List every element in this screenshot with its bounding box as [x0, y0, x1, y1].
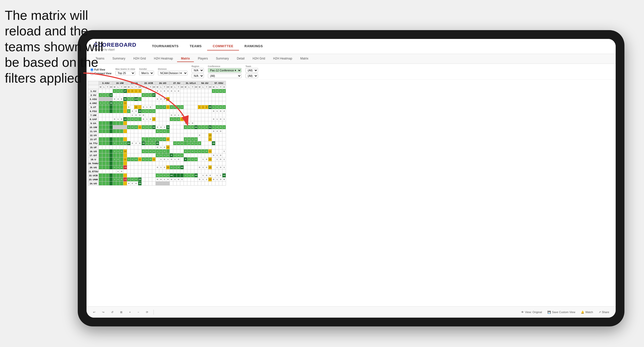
matrix-cell: 1: [116, 101, 120, 105]
matrix-cell: 3: [219, 178, 222, 182]
matrix-scroll[interactable]: 3. ASU 10. UW 11. UA 22. UCB 24. UO: [87, 80, 616, 318]
matrix-cell: [194, 121, 198, 125]
matrix-cell: [102, 121, 106, 125]
team-select[interactable]: (All): [246, 68, 258, 73]
sub-nav-matrix2[interactable]: Matrix: [296, 55, 312, 62]
matrix-cell: 1: [127, 109, 130, 113]
sub-nav-h2h-heatmap[interactable]: H2H Heatmap: [150, 55, 177, 62]
matrix-cell: 44: [222, 173, 226, 178]
matrix-cell: 0: [138, 141, 142, 145]
matrix-cell: 4: [130, 109, 134, 113]
matrix-cell: 1: [142, 157, 145, 161]
matrix-cell: 1: [156, 153, 159, 157]
matrix-cell: [130, 129, 134, 133]
matrix-cell: [194, 145, 198, 149]
matrix-cell: [219, 97, 222, 101]
matrix-cell: 0: [205, 149, 208, 153]
region-select2[interactable]: N/A: [192, 74, 204, 78]
matrix-cell: [191, 165, 194, 169]
save-custom-button[interactable]: 💾 Save Custom View: [546, 310, 577, 315]
matrix-cell: 1: [170, 165, 173, 169]
view-original-button[interactable]: 👁 View: Original: [520, 310, 543, 314]
team-select2[interactable]: (All): [246, 74, 258, 78]
matrix-cell: 3: [159, 173, 163, 178]
sub-nav-players[interactable]: Players: [194, 55, 212, 62]
sub-nav-summary2[interactable]: Summary: [212, 55, 233, 62]
matrix-cell: 1: [215, 109, 219, 113]
matrix-cell: [134, 101, 138, 105]
matrix-cell: 0: [212, 117, 215, 121]
matrix-cell: 0: [177, 165, 180, 169]
matrix-cell: [219, 121, 222, 125]
matrix-cell: [187, 89, 191, 93]
sub-nav: Teams Summary H2H Grid H2H Heatmap Matri…: [87, 54, 616, 64]
matrix-cell: 0: [142, 113, 145, 117]
matrix-cell: [113, 145, 116, 149]
matrix-cell: [184, 93, 187, 97]
matrix-cell: 1: [215, 117, 219, 121]
matrix-cell: 66: [194, 125, 198, 129]
share-button[interactable]: ↗ Share: [597, 310, 611, 315]
matrix-cell: [109, 165, 113, 169]
matrix-cell: [219, 101, 222, 105]
matrix-cell: [194, 97, 198, 101]
matrix-cell: [180, 93, 184, 97]
watch-button[interactable]: 🔔 Watch: [579, 310, 595, 315]
nav-tab-tournaments[interactable]: TOURNAMENTS: [146, 42, 184, 50]
matrix-cell: [212, 97, 215, 101]
zoom-minus-button[interactable]: −: [136, 310, 140, 314]
conference-select2[interactable]: (All): [208, 74, 241, 78]
matrix-cell: 1: [222, 149, 226, 153]
nav-tab-rankings[interactable]: RANKINGS: [239, 42, 268, 50]
zoom-fit-button[interactable]: ⊞: [119, 310, 124, 315]
matrix-cell: 48: [166, 97, 170, 101]
matrix-cell: 0: [116, 89, 120, 93]
matrix-cell: 0: [163, 129, 166, 133]
matrix-cell: [177, 97, 180, 101]
sub-nav-h2h-grid[interactable]: H2H Grid: [129, 55, 150, 62]
matrix-cell: 14: [123, 149, 127, 153]
division-select[interactable]: NCAA Division I ▾: [158, 71, 188, 75]
matrix-cell: [184, 101, 187, 105]
matrix-cell: [198, 97, 201, 101]
sub-nav-matrix[interactable]: Matrix: [177, 55, 194, 62]
matrix-cell: 2: [113, 141, 116, 145]
matrix-cell: 0: [152, 109, 156, 113]
matrix-cell: 1: [142, 109, 145, 113]
matrix-cell: 0: [145, 109, 149, 113]
nav-tab-teams[interactable]: TEAMS: [184, 42, 207, 50]
conference-select[interactable]: Pac-12 Conference ▾: [208, 68, 241, 73]
matrix-cell: [173, 125, 177, 129]
matrix-cell: 2: [102, 93, 106, 97]
matrix-cell: [201, 101, 205, 105]
matrix-cell: [120, 137, 123, 141]
reset-button[interactable]: ↺: [110, 310, 115, 315]
nav-tab-committee[interactable]: COMMITTEE: [207, 42, 239, 50]
matrix-cell: 11: [138, 125, 142, 129]
matrix-cell: [215, 93, 219, 97]
matrix-cell: [198, 145, 201, 149]
matrix-cell: 0: [163, 173, 166, 178]
matrix-cell: [99, 117, 102, 121]
gender-select[interactable]: Men's: [139, 71, 154, 75]
zoom-in-button[interactable]: +: [128, 310, 132, 314]
max-teams-select[interactable]: Top 25: [115, 71, 135, 75]
matrix-cell: [142, 161, 145, 165]
matrix-cell: [198, 173, 201, 178]
region-select[interactable]: N/A: [192, 68, 204, 73]
matrix-table: 3. ASU 10. UW 11. UA 22. UCB 24. UO: [88, 81, 226, 186]
sub-nav-h2h-grid2[interactable]: H2H Grid: [249, 55, 269, 62]
redo-button[interactable]: ↪: [101, 310, 106, 315]
matrix-cell: 0: [219, 109, 222, 113]
undo-button[interactable]: ↩: [92, 310, 97, 315]
sub-nav-detail[interactable]: Detail: [233, 55, 249, 62]
matrix-cell: [201, 182, 205, 186]
matrix-cell: [138, 101, 142, 105]
refresh-button[interactable]: ⟳: [144, 310, 150, 315]
matrix-cell: [222, 169, 226, 173]
matrix-cell: [127, 101, 130, 105]
matrix-cell: 4: [159, 129, 163, 133]
matrix-cell: [145, 137, 149, 141]
sub-nav-h2h-heatmap2[interactable]: H2H Heatmap: [269, 55, 296, 62]
matrix-cell: [191, 145, 194, 149]
